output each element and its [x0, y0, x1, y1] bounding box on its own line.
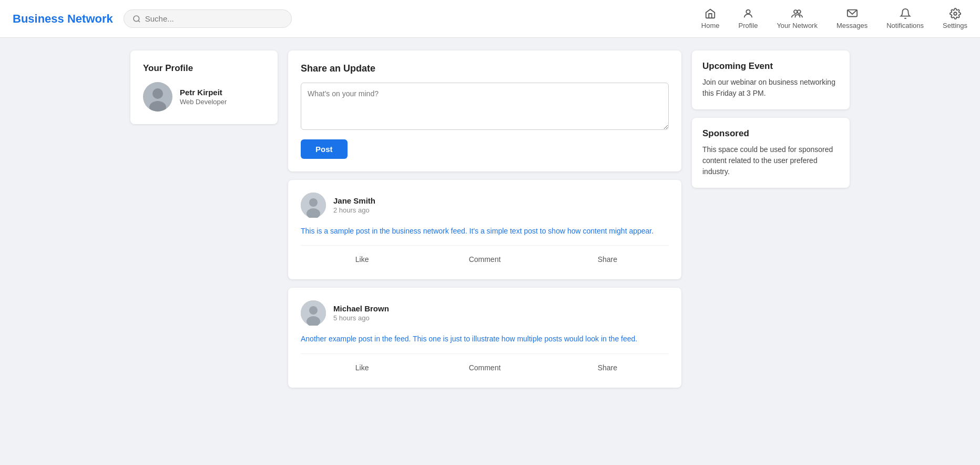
- svg-point-4: [798, 10, 801, 13]
- post-author-info: Michael Brown 5 hours ago: [333, 304, 389, 322]
- nav-label-messages: Messages: [836, 22, 867, 29]
- center-feed: Share an Update Post Jane Smith 2 hours …: [288, 50, 681, 396]
- comment-button[interactable]: Comment: [423, 252, 546, 267]
- share-update-card: Share an Update Post: [288, 50, 681, 171]
- post-time: 5 hours ago: [333, 314, 389, 322]
- bell-icon: [900, 8, 911, 19]
- profile-card: Your Profile Petr Kirpeit Web Developer: [130, 50, 278, 124]
- share-button[interactable]: Share: [546, 252, 669, 267]
- share-button[interactable]: Share: [546, 360, 669, 375]
- upcoming-event-text: Join our webinar on business networking …: [702, 77, 839, 99]
- nav-label-home: Home: [701, 22, 720, 29]
- post-actions: Like Comment Share: [301, 245, 669, 267]
- group-icon: [791, 8, 803, 19]
- nav-item-notifications[interactable]: Notifications: [886, 8, 924, 29]
- svg-point-8: [152, 88, 163, 99]
- avatar: [143, 82, 172, 112]
- post-author-info: Jane Smith 2 hours ago: [333, 196, 375, 214]
- post-author-name: Jane Smith: [333, 196, 375, 205]
- search-icon: [132, 15, 141, 23]
- home-icon: [705, 8, 716, 19]
- profile-card-title: Your Profile: [143, 63, 265, 74]
- message-icon: [846, 8, 858, 19]
- sponsored-title: Sponsored: [702, 128, 839, 139]
- svg-point-3: [794, 10, 797, 13]
- user-job-title: Web Developer: [180, 98, 227, 106]
- post-button[interactable]: Post: [301, 139, 348, 159]
- right-sidebar: Upcoming Event Join our webinar on busin…: [692, 50, 850, 396]
- like-button[interactable]: Like: [301, 252, 423, 267]
- nav-label-settings: Settings: [943, 22, 967, 29]
- svg-point-14: [309, 306, 318, 315]
- search-input[interactable]: [145, 14, 283, 23]
- post-header: Michael Brown 5 hours ago: [301, 300, 669, 326]
- person-icon: [742, 8, 754, 19]
- svg-point-2: [746, 10, 750, 14]
- nav-label-your-network: Your Network: [777, 22, 818, 29]
- post-actions: Like Comment Share: [301, 353, 669, 375]
- post-header: Jane Smith 2 hours ago: [301, 193, 669, 218]
- post-content: This is a sample post in the business ne…: [301, 225, 669, 237]
- profile-user-info: Petr Kirpeit Web Developer: [180, 88, 227, 106]
- comment-button[interactable]: Comment: [423, 360, 546, 375]
- logo[interactable]: Business Network: [13, 12, 113, 26]
- post-author-avatar: [301, 300, 326, 326]
- sponsored-text: This space could be used for sponsored c…: [702, 144, 839, 177]
- post-card: Michael Brown 5 hours ago Another exampl…: [288, 288, 681, 387]
- upcoming-event-title: Upcoming Event: [702, 61, 839, 72]
- post-content: Another example post in the feed. This o…: [301, 333, 669, 345]
- share-textarea[interactable]: [301, 83, 669, 130]
- nav-label-notifications: Notifications: [886, 22, 924, 29]
- profile-card-user: Petr Kirpeit Web Developer: [143, 82, 265, 112]
- post-card: Jane Smith 2 hours ago This is a sample …: [288, 180, 681, 279]
- nav-item-your-network[interactable]: Your Network: [777, 8, 818, 29]
- svg-line-1: [138, 21, 140, 22]
- user-name: Petr Kirpeit: [180, 88, 227, 97]
- left-sidebar: Your Profile Petr Kirpeit Web Developer: [130, 50, 278, 396]
- svg-point-0: [134, 16, 139, 22]
- nav-item-home[interactable]: Home: [701, 8, 720, 29]
- main-layout: Your Profile Petr Kirpeit Web Developer: [122, 50, 858, 396]
- gear-icon: [950, 8, 961, 19]
- nav-item-profile[interactable]: Profile: [739, 8, 758, 29]
- avatar-image: [143, 82, 172, 112]
- svg-point-11: [309, 198, 318, 207]
- post-time: 2 hours ago: [333, 206, 375, 214]
- header: Business Network Home Profile Your Netwo…: [0, 0, 980, 38]
- upcoming-event-card: Upcoming Event Join our webinar on busin…: [692, 50, 850, 109]
- post-author-avatar: [301, 193, 326, 218]
- main-nav: Home Profile Your Network Messages: [701, 8, 967, 29]
- nav-item-settings[interactable]: Settings: [943, 8, 967, 29]
- post-author-name: Michael Brown: [333, 304, 389, 313]
- sponsored-card: Sponsored This space could be used for s…: [692, 118, 850, 188]
- nav-item-messages[interactable]: Messages: [836, 8, 867, 29]
- search-bar[interactable]: [124, 9, 292, 28]
- nav-label-profile: Profile: [739, 22, 758, 29]
- like-button[interactable]: Like: [301, 360, 423, 375]
- share-update-title: Share an Update: [301, 63, 669, 74]
- svg-point-6: [954, 12, 957, 15]
